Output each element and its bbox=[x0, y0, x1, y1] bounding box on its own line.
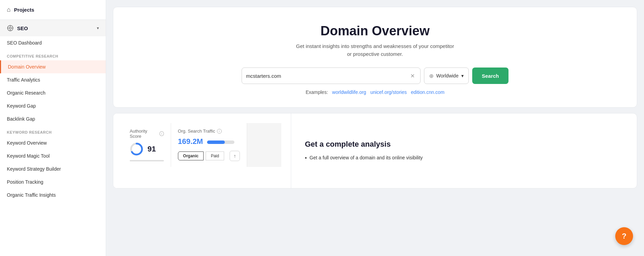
traffic-bar-fill bbox=[207, 141, 225, 144]
sidebar: ⌂ Projects SEO ▾ SEO Dashboard COMPETITI… bbox=[0, 0, 106, 256]
sidebar-seo-toggle[interactable]: SEO ▾ bbox=[0, 20, 106, 36]
paid-tab[interactable]: Paid bbox=[206, 151, 224, 160]
search-row: ✕ ⊕ Worldwide ▾ Search bbox=[242, 68, 508, 84]
search-button[interactable]: Search bbox=[472, 68, 508, 84]
projects-label: Projects bbox=[14, 7, 34, 13]
sidebar-projects[interactable]: ⌂ Projects bbox=[0, 0, 106, 20]
chevron-down-icon: ▾ bbox=[97, 26, 99, 31]
example-link-1[interactable]: worldwildlife.org bbox=[332, 89, 366, 95]
org-traffic-info-icon[interactable]: i bbox=[217, 129, 222, 134]
sidebar-item-keyword-magic-tool[interactable]: Keyword Magic Tool bbox=[0, 149, 106, 162]
examples-label: Examples: bbox=[306, 89, 328, 95]
org-search-traffic-label: Org. Search Traffic i bbox=[178, 129, 240, 134]
search-input[interactable] bbox=[246, 73, 409, 79]
examples-row: Examples: worldwildlife.org unicef.org/s… bbox=[306, 89, 445, 95]
sidebar-item-keyword-strategy-builder[interactable]: Keyword Strategy Builder bbox=[0, 162, 106, 175]
metrics-row: Authority Score i 91 Org. bbox=[123, 123, 281, 167]
bottom-card: Authority Score i 91 Org. bbox=[113, 113, 637, 188]
authority-score-info-icon[interactable]: i bbox=[159, 131, 164, 136]
analysis-title: Get a complete analysis bbox=[305, 140, 623, 149]
analysis-item-1: Get a full overview of a domain and its … bbox=[305, 154, 623, 162]
clear-icon[interactable]: ✕ bbox=[409, 71, 416, 81]
seo-header-left: SEO bbox=[7, 25, 28, 32]
sidebar-item-seo-dashboard[interactable]: SEO Dashboard bbox=[0, 36, 106, 49]
authority-score-card: Authority Score i 91 bbox=[123, 123, 171, 167]
example-link-2[interactable]: unicef.org/stories bbox=[370, 89, 407, 95]
chevron-down-icon: ▾ bbox=[461, 73, 464, 78]
org-search-traffic-card: Org. Search Traffic i 169.2M Organic bbox=[171, 123, 247, 167]
authority-score-label: Authority Score i bbox=[130, 129, 164, 139]
bottom-card-left: Authority Score i 91 Org. bbox=[113, 113, 291, 188]
org-traffic-value: 169.2M bbox=[178, 137, 203, 146]
sidebar-item-backlink-gap[interactable]: Backlink Gap bbox=[0, 112, 106, 125]
sidebar-item-organic-traffic-insights[interactable]: Organic Traffic Insights bbox=[0, 188, 106, 202]
export-icon[interactable]: ↑ bbox=[230, 151, 240, 161]
help-fab[interactable]: ? bbox=[615, 227, 633, 245]
authority-score-donut bbox=[130, 142, 143, 156]
org-traffic-value-row: 169.2M bbox=[178, 137, 240, 146]
example-link-3[interactable]: edition.cnn.com bbox=[411, 89, 445, 95]
bottom-card-right: Get a complete analysis Get a full overv… bbox=[291, 113, 637, 188]
search-input-wrapper: ✕ bbox=[242, 68, 421, 84]
worldwide-dropdown[interactable]: ⊕ Worldwide ▾ bbox=[424, 68, 469, 84]
sidebar-item-domain-overview[interactable]: Domain Overview bbox=[0, 60, 106, 73]
sidebar-item-keyword-gap[interactable]: Keyword Gap bbox=[0, 99, 106, 112]
top-card: Domain Overview Get instant insights int… bbox=[113, 7, 637, 108]
svg-point-1 bbox=[9, 27, 11, 29]
sidebar-item-keyword-overview[interactable]: Keyword Overview bbox=[0, 136, 106, 149]
sidebar-item-traffic-analytics[interactable]: Traffic Analytics bbox=[0, 73, 106, 86]
traffic-bar bbox=[207, 141, 234, 144]
competitive-research-section-label: COMPETITIVE RESEARCH bbox=[0, 49, 106, 60]
seo-icon bbox=[7, 25, 14, 32]
sidebar-item-position-tracking[interactable]: Position Tracking bbox=[0, 175, 106, 188]
authority-score-value: 91 bbox=[147, 145, 156, 154]
authority-score-value-row: 91 bbox=[130, 142, 164, 156]
analysis-list: Get a full overview of a domain and its … bbox=[305, 154, 623, 162]
page-title: Domain Overview bbox=[321, 24, 430, 38]
seo-label: SEO bbox=[17, 25, 28, 31]
globe-icon: ⊕ bbox=[429, 73, 434, 79]
home-icon: ⌂ bbox=[7, 6, 11, 13]
page-subtitle: Get instant insights into strengths and … bbox=[296, 42, 454, 58]
keyword-research-section-label: KEYWORD RESEARCH bbox=[0, 125, 106, 136]
main-content: Domain Overview Get instant insights int… bbox=[106, 0, 644, 256]
sidebar-item-organic-research[interactable]: Organic Research bbox=[0, 86, 106, 99]
third-metric-card bbox=[247, 123, 281, 167]
organic-tab[interactable]: Organic bbox=[178, 151, 204, 160]
authority-score-bar bbox=[130, 160, 164, 161]
